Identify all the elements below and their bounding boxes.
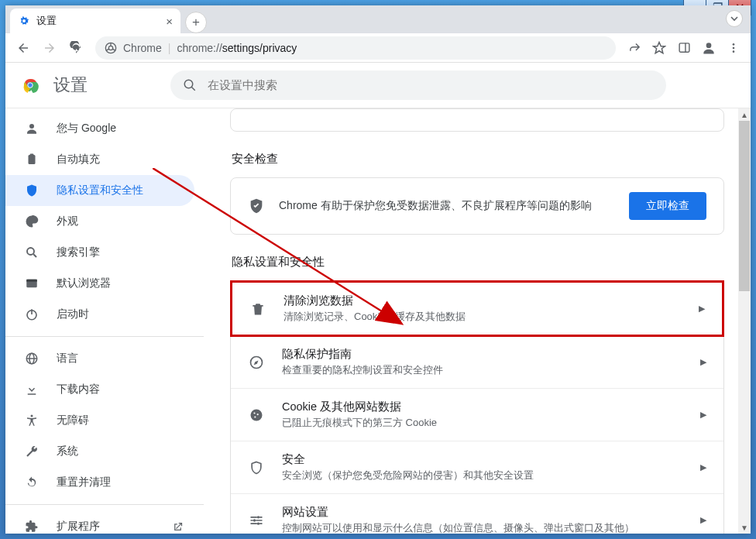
svg-line-17	[33, 254, 36, 257]
svg-point-33	[257, 516, 259, 518]
chrome-icon	[105, 42, 117, 54]
wrench-icon	[24, 445, 40, 458]
svg-rect-14	[29, 155, 36, 164]
sidebar-item-downloads[interactable]: 下载内容	[5, 374, 194, 405]
forward-button[interactable]	[38, 36, 61, 60]
sidebar-item-autofill[interactable]: 自动填充	[5, 144, 194, 175]
svg-point-34	[253, 519, 256, 521]
search-icon	[183, 78, 197, 92]
cookie-icon	[248, 407, 265, 423]
share-icon[interactable]	[624, 37, 645, 59]
new-tab-button[interactable]: +	[185, 12, 207, 33]
svg-point-31	[257, 414, 259, 415]
row-privacy-guide[interactable]: 隐私保护指南检查重要的隐私控制设置和安全控件 ▶	[231, 336, 723, 389]
shield-icon	[24, 184, 40, 197]
privacy-heading: 隐私设置和安全性	[232, 255, 723, 270]
tab-settings[interactable]: 设置 ×	[10, 9, 180, 33]
search-icon	[24, 245, 40, 259]
browser-icon	[24, 276, 40, 290]
svg-point-4	[706, 43, 712, 48]
svg-point-25	[31, 415, 33, 417]
svg-point-5	[733, 43, 735, 46]
omnibox-scheme: Chrome	[123, 42, 162, 54]
chevron-right-icon: ▶	[699, 304, 705, 314]
profile-avatar-icon[interactable]	[698, 37, 720, 59]
chevron-right-icon: ▶	[700, 410, 706, 420]
svg-point-16	[27, 248, 34, 255]
compass-icon	[248, 355, 265, 370]
sidebar-item-appearance[interactable]: 外观	[5, 206, 194, 237]
chevron-right-icon: ▶	[700, 357, 706, 367]
clipboard-icon	[24, 153, 40, 167]
tab-close-icon[interactable]: ×	[166, 15, 173, 28]
settings-search-input[interactable]	[206, 78, 654, 92]
shield-check-icon	[248, 197, 265, 215]
scrollbar[interactable]: ▲ ▼	[738, 108, 751, 534]
toolbar: Chrome | chrome://settings/privacy	[5, 33, 751, 63]
svg-point-32	[254, 416, 256, 417]
settings-main: 安全检查 Chrome 有助于保护您免受数据泄露、不良扩展程序等问题的影响 立即…	[204, 108, 751, 534]
shield-outline-icon	[248, 460, 265, 475]
trash-icon	[249, 301, 266, 317]
menu-icon[interactable]	[723, 37, 744, 59]
person-icon	[24, 122, 40, 136]
sidebar-item-system[interactable]: 系统	[5, 436, 194, 467]
svg-rect-2	[679, 43, 689, 52]
sidebar-item-on-startup[interactable]: 启动时	[5, 299, 194, 330]
bookmark-star-icon[interactable]	[648, 37, 670, 59]
scrollbar-thumb[interactable]	[739, 121, 750, 291]
row-clear-browsing-data[interactable]: 清除浏览数据清除浏览记录、Cookie、缓存及其他数据 ▶	[230, 280, 724, 337]
scroll-up-icon[interactable]: ▲	[738, 108, 751, 121]
tab-search-button[interactable]	[726, 10, 743, 27]
sidebar-item-extensions[interactable]: 扩展程序	[5, 511, 194, 534]
reload-button[interactable]	[64, 36, 88, 60]
svg-point-29	[251, 409, 263, 421]
download-icon	[24, 383, 40, 397]
palette-icon	[24, 215, 40, 228]
chrome-logo-icon	[21, 76, 40, 94]
back-button[interactable]	[12, 36, 35, 60]
svg-line-12	[191, 87, 195, 91]
sidebar: 您与 Google 自动填充 隐私设置和安全性 外观 搜索引擎 默认浏览器 启动…	[5, 108, 204, 534]
omnibox-url: chrome://settings/privacy	[177, 42, 297, 54]
sidebar-item-reset[interactable]: 重置并清理	[5, 467, 194, 498]
sidebar-item-privacy[interactable]: 隐私设置和安全性	[5, 175, 194, 206]
tune-icon	[248, 513, 265, 528]
extension-icon	[24, 520, 40, 534]
tab-strip: 设置 × +	[5, 5, 751, 33]
sidebar-item-you-google[interactable]: 您与 Google	[5, 113, 194, 144]
chevron-right-icon: ▶	[700, 462, 706, 472]
svg-point-7	[733, 50, 735, 53]
sidebar-item-default-browser[interactable]: 默认浏览器	[5, 268, 194, 299]
restore-icon	[24, 475, 40, 489]
svg-point-6	[733, 46, 735, 49]
safety-check-heading: 安全检查	[232, 152, 723, 167]
safety-check-text: Chrome 有助于保护您免受数据泄露、不良扩展程序等问题的影响	[279, 199, 615, 213]
svg-point-35	[257, 522, 259, 524]
address-bar[interactable]: Chrome | chrome://settings/privacy	[95, 36, 616, 60]
row-security[interactable]: 安全安全浏览（保护您免受危险网站的侵害）和其他安全设置 ▶	[231, 441, 723, 494]
power-icon	[24, 307, 40, 321]
svg-rect-19	[26, 280, 37, 282]
external-link-icon	[172, 521, 184, 533]
row-cookies[interactable]: Cookie 及其他网站数据已阻止无痕模式下的第三方 Cookie ▶	[231, 389, 723, 441]
sidebar-item-languages[interactable]: 语言	[5, 343, 194, 374]
row-site-settings[interactable]: 网站设置控制网站可以使用和显示什么信息（如位置信息、摄像头、弹出式窗口及其他） …	[231, 494, 723, 534]
safety-check-card: Chrome 有助于保护您免受数据泄露、不良扩展程序等问题的影响 立即检查	[230, 177, 724, 235]
accessibility-icon	[24, 414, 40, 427]
sidebar-item-accessibility[interactable]: 无障碍	[5, 405, 194, 436]
svg-rect-15	[30, 154, 34, 156]
sidebar-item-search-engine[interactable]: 搜索引擎	[5, 237, 194, 268]
privacy-list: 清除浏览数据清除浏览记录、Cookie、缓存及其他数据 ▶ 隐私保护指南检查重要…	[230, 280, 724, 534]
svg-point-30	[253, 412, 255, 414]
page-title: 设置	[53, 74, 88, 97]
placeholder-card	[230, 108, 724, 132]
scroll-down-icon[interactable]: ▼	[738, 521, 751, 534]
settings-search[interactable]	[170, 70, 666, 100]
tab-title: 设置	[36, 15, 160, 28]
side-panel-icon[interactable]	[673, 37, 695, 59]
gear-icon	[18, 15, 30, 27]
svg-point-13	[29, 124, 34, 129]
safety-check-button[interactable]: 立即检查	[629, 192, 706, 220]
globe-icon	[24, 352, 40, 366]
